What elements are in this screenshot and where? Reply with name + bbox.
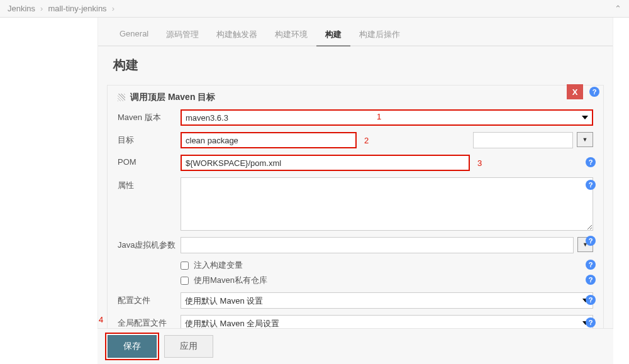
inject-vars-checkbox[interactable] [181,262,189,270]
expand-goals-button[interactable]: ▼ [577,132,593,147]
row-private-repo: 使用Maven私有仓库 ? [181,275,593,286]
section-title: 构建 [98,47,613,81]
goals-extra-input[interactable] [473,132,573,148]
help-icon[interactable]: ? [586,275,596,285]
tab-build[interactable]: 构建 [316,24,350,47]
row-maven-version: Maven 版本 maven3.6.3 1 [118,109,593,126]
help-icon[interactable]: ? [586,157,596,167]
breadcrumb-root[interactable]: Jenkins [8,4,35,13]
build-step-title: 调用顶层 Maven 目标 [130,92,215,103]
annotation-1: 1 [377,112,381,121]
row-inject-vars: 注入构建变量 ? [181,260,593,271]
label-settings: 配置文件 [118,292,181,306]
label-private-repo: 使用Maven私有仓库 [194,275,267,286]
breadcrumb-sep: › [40,4,43,13]
row-goals: 目标 2 ▼ [118,132,593,148]
label-global-settings: 全局配置文件 [118,315,181,329]
bottom-action-bar: 保存 应用 [97,328,613,364]
help-icon[interactable]: ? [586,295,596,305]
help-icon[interactable]: ? [589,87,599,97]
row-properties: 属性 ? [118,177,593,231]
breadcrumb-project[interactable]: mall-tiny-jenkins [48,4,106,13]
settings-select[interactable]: 使用默认 Maven 设置 [181,292,593,309]
help-icon[interactable]: ? [586,317,596,328]
help-icon[interactable]: ? [586,236,596,246]
label-pom: POM [118,155,181,167]
save-button[interactable]: 保存 [108,335,157,358]
maven-build-step: X ? 调用顶层 Maven 目标 Maven 版本 maven3.6.3 1 … [107,85,604,345]
build-step-header[interactable]: 调用顶层 Maven 目标 [118,92,593,103]
tab-scm[interactable]: 源码管理 [157,24,208,47]
help-icon[interactable]: ? [586,260,596,270]
annotation-3: 3 [477,158,482,168]
goals-input[interactable] [181,132,357,148]
config-panel: General 源码管理 构建触发器 构建环境 构建 构建后操作 构建 X ? … [97,18,613,364]
label-inject-vars: 注入构建变量 [194,260,243,271]
label-jvm: Java虚拟机参数 [118,237,181,251]
tab-env[interactable]: 构建环境 [266,24,316,47]
tab-triggers[interactable]: 构建触发器 [208,24,266,47]
config-tabs: General 源码管理 构建触发器 构建环境 构建 构建后操作 [98,18,613,47]
private-repo-checkbox[interactable] [181,277,189,285]
delete-step-button[interactable]: X [567,84,583,99]
row-settings: 配置文件 使用默认 Maven 设置 ? [118,292,593,309]
pom-input[interactable] [181,155,470,171]
drag-handle-icon[interactable] [118,94,125,101]
properties-textarea[interactable] [181,177,593,231]
label-properties: 属性 [118,177,181,191]
apply-button[interactable]: 应用 [164,335,213,358]
row-pom: POM 3 ? [118,155,593,171]
row-jvm: Java虚拟机参数 ▼ ? [118,237,593,253]
tab-post[interactable]: 构建后操作 [350,24,409,47]
breadcrumb-sep: › [112,4,114,13]
maven-version-select[interactable]: maven3.6.3 [181,109,593,126]
label-maven-version: Maven 版本 [118,109,181,123]
tab-general[interactable]: General [111,24,157,47]
breadcrumb: Jenkins › mall-tiny-jenkins › ⌃ [0,0,629,18]
help-icon[interactable]: ? [586,180,596,190]
jvm-opts-input[interactable] [181,237,574,253]
annotation-2: 2 [364,136,369,145]
annotation-4: 4 [99,315,103,324]
scroll-up-icon[interactable]: ⌃ [615,4,621,13]
label-goals: 目标 [118,132,181,146]
